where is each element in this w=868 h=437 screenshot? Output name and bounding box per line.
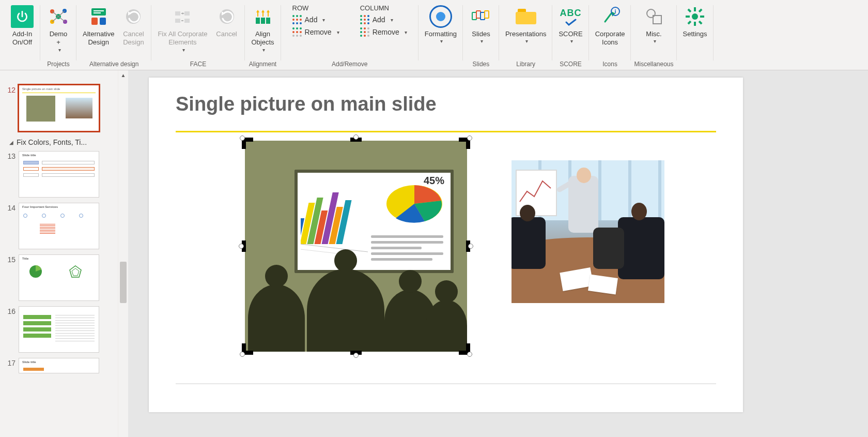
svg-line-54 — [301, 249, 368, 254]
align-objects-button[interactable]: AlignObjects ▾ — [248, 3, 278, 55]
chevron-down-icon: ▾ — [648, 38, 661, 45]
grid-add-icon — [360, 15, 369, 24]
svg-line-6 — [58, 11, 65, 17]
addin-toggle-button[interactable]: Add-InOn/Off — [7, 3, 37, 49]
svg-rect-24 — [261, 18, 265, 24]
selection-ring[interactable] — [467, 352, 472, 357]
thumb-slide-14[interactable]: Four Important Services — [19, 203, 99, 249]
thumb-slide-16[interactable] — [19, 306, 99, 353]
column-add-button[interactable]: Add▾ — [357, 14, 410, 25]
svg-rect-33 — [653, 16, 661, 24]
scroll-up-icon[interactable]: ▲ — [118, 70, 128, 80]
row-controls: ROW Add▾ Remove▾ — [289, 3, 343, 38]
group-label-projects: Projects — [47, 59, 69, 70]
thumb-number: 17 — [2, 358, 16, 367]
thumb-number: 14 — [2, 203, 16, 212]
thumb-number: 13 — [2, 151, 16, 160]
svg-rect-9 — [91, 8, 106, 16]
slide: Single picture on main slide — [149, 78, 743, 412]
group-label-icons: Icons — [602, 59, 617, 70]
thumb-number: 15 — [2, 254, 16, 264]
column-header: COLUMN — [357, 4, 410, 13]
scroll-handle[interactable] — [120, 262, 127, 303]
row-remove-button[interactable]: Remove▾ — [289, 26, 343, 38]
svg-rect-12 — [91, 18, 98, 25]
slide-canvas[interactable]: Single picture on main slide — [128, 70, 868, 437]
svg-rect-40 — [699, 8, 703, 12]
group-score: ABC SCORE▾ SCORE — [552, 3, 588, 70]
grid-add-icon — [292, 15, 302, 24]
selected-picture-illustration[interactable]: 45% — [245, 141, 467, 352]
group-icons: i CorporateIcons Icons — [589, 3, 631, 70]
network-icon — [47, 5, 70, 28]
slide-title[interactable]: Single picture on main slide — [176, 93, 716, 115]
selection-ring[interactable] — [240, 135, 245, 141]
chevron-down-icon: ▾ — [337, 29, 339, 35]
alternative-design-button[interactable]: AlternativeDesign — [80, 3, 117, 49]
cancel-design-button[interactable]: CancelDesign — [118, 3, 148, 49]
svg-rect-19 — [184, 19, 190, 23]
group-misc: Misc.▾ Miscellaneous — [631, 3, 676, 70]
group-alignment: AlignObjects ▾ Alignment — [245, 3, 281, 70]
chevron-down-icon: ▾ — [561, 38, 582, 45]
slide-thumbnails-panel: 12 Single picture on main slide ◢ Fix Co… — [0, 70, 128, 437]
selection-ring[interactable] — [467, 135, 472, 141]
selection-ring[interactable] — [353, 134, 359, 140]
misc-button[interactable]: Misc.▾ — [639, 3, 669, 47]
column-controls: COLUMN Add▾ Remove▾ — [357, 3, 410, 38]
text-lines-placeholder — [371, 235, 443, 264]
column-remove-button[interactable]: Remove▾ — [357, 26, 410, 38]
grid-remove-icon — [292, 27, 302, 37]
bottom-rule — [176, 383, 716, 384]
thumb-slide-12[interactable]: Single picture on main slide — [19, 85, 99, 131]
thumb-slide-13[interactable]: Slide title — [19, 151, 99, 198]
score-button[interactable]: ABC SCORE▾ — [555, 3, 585, 47]
svg-rect-35 — [694, 7, 696, 11]
thumb-slide-17[interactable]: Slide title — [19, 358, 99, 373]
chevron-down-icon: ▾ — [52, 47, 68, 54]
svg-marker-20 — [182, 12, 184, 14]
cancel-face-button[interactable]: Cancel — [212, 3, 242, 40]
chevron-down-icon: ▾ — [160, 47, 207, 54]
grid-remove-icon — [360, 27, 369, 37]
group-label-library: Library — [516, 59, 535, 70]
thumbnails-scrollbar[interactable]: ▲ — [118, 70, 128, 437]
thumb-slide-15[interactable]: Title — [19, 254, 99, 301]
info-sparkle-icon: i — [599, 5, 622, 28]
svg-line-8 — [58, 17, 65, 22]
svg-line-7 — [52, 17, 58, 22]
selection-ring[interactable] — [239, 244, 244, 249]
folder-icon — [515, 5, 537, 28]
section-header[interactable]: ◢ Fix Colors, Fonts, Ti... — [0, 134, 128, 148]
presentation-illustration: 45% — [245, 141, 467, 352]
group-label-score: SCORE — [560, 59, 582, 70]
shapes-icon — [643, 5, 665, 28]
selection-ring[interactable] — [353, 353, 359, 358]
fix-corporate-elements-button[interactable]: Fix All CorporateElements ▾ — [154, 3, 210, 55]
formatting-button[interactable]: Formatting▾ — [422, 3, 460, 47]
chevron-down-icon: ▾ — [427, 38, 457, 45]
svg-marker-27 — [261, 10, 265, 12]
svg-rect-13 — [100, 18, 106, 25]
demo-button[interactable]: Demo+ ▾ — [43, 3, 73, 55]
selection-ring[interactable] — [468, 244, 473, 249]
presentations-button[interactable]: Presentations▾ — [502, 3, 550, 47]
thumb-number: 16 — [2, 306, 16, 315]
slides-button[interactable]: Slides▾ — [466, 3, 496, 47]
align-icon — [252, 5, 274, 28]
svg-marker-26 — [256, 10, 259, 12]
group-projects: Demo+ ▾ Projects — [40, 3, 76, 70]
selection-ring[interactable] — [240, 352, 245, 357]
meeting-photo[interactable] — [512, 160, 664, 303]
settings-button[interactable]: Settings — [680, 3, 710, 40]
group-settings: Settings . — [677, 3, 714, 70]
group-formatting: Formatting▾ . — [419, 3, 463, 70]
corporate-icons-button[interactable]: i CorporateIcons — [592, 3, 628, 49]
group-addin: Add-InOn/Off . — [4, 3, 40, 70]
svg-marker-28 — [267, 10, 270, 12]
group-face: Fix All CorporateElements ▾ Cancel FACE — [151, 3, 244, 70]
svg-rect-41 — [687, 21, 691, 25]
chevron-down-icon: ▾ — [474, 38, 490, 45]
row-add-button[interactable]: Add▾ — [289, 14, 343, 25]
chevron-down-icon: ▾ — [253, 47, 274, 54]
